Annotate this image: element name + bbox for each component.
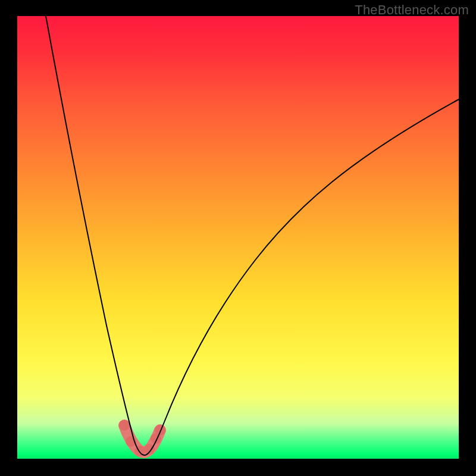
curve-left-branch <box>46 16 145 455</box>
bottleneck-chart <box>17 16 459 459</box>
curve-right-branch <box>145 99 459 455</box>
chart-plot-area <box>17 16 459 459</box>
optimal-zone-dot <box>155 425 165 436</box>
optimal-zone-dot <box>119 420 130 431</box>
watermark-text: TheBottleneck.com <box>355 2 469 18</box>
